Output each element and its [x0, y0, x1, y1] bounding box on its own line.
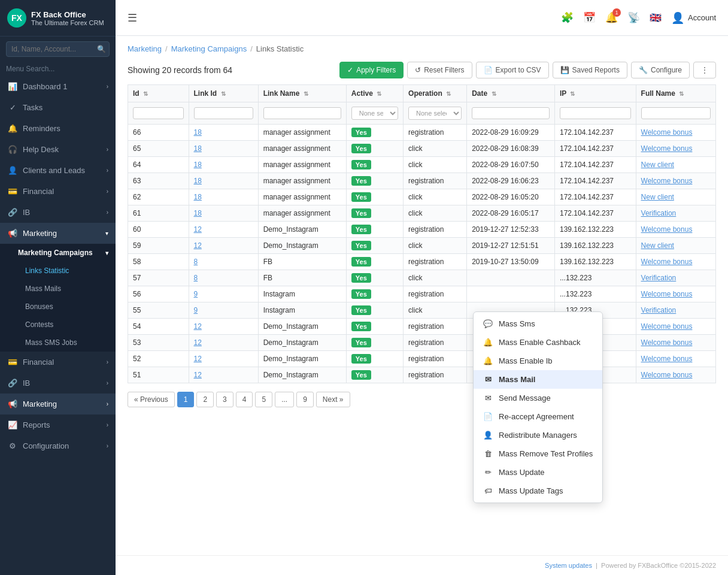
language-flag[interactable]: 🇬🇧	[650, 12, 662, 23]
sidebar-item-reminders[interactable]: 🔔 Reminders	[0, 118, 116, 139]
cell-full-name[interactable]: Verification	[636, 302, 715, 319]
page-9-button[interactable]: 9	[296, 392, 314, 407]
filter-full-name[interactable]	[641, 107, 711, 119]
context-menu-item-redistribute[interactable]: 👤 Redistribute Managers	[474, 426, 602, 444]
sidebar-item-mass-sms[interactable]: Mass SMS Jobs	[0, 334, 116, 352]
cell-full-name[interactable]: Welcome bonus	[636, 367, 715, 383]
cell-full-name[interactable]: Verification	[636, 270, 715, 286]
next-page-button[interactable]: Next »	[316, 392, 350, 407]
col-active[interactable]: Active ⇅	[346, 85, 403, 102]
context-menu-item-send-message[interactable]: ✉ Send Message	[474, 389, 602, 407]
page-3-button[interactable]: 3	[216, 392, 233, 407]
cell-full-name[interactable]: Welcome bonus	[636, 319, 715, 335]
sidebar-item-ib2[interactable]: 🔗 IB ›	[0, 373, 116, 394]
context-menu-item-mass-update-tags[interactable]: 🏷 Mass Update Tags	[474, 482, 602, 500]
saved-reports-button[interactable]: 💾 Saved Reports	[553, 62, 627, 78]
context-menu-item-mass-update[interactable]: ✏ Mass Update	[474, 463, 602, 482]
col-link-name[interactable]: Link Name ⇅	[258, 85, 346, 102]
sidebar-item-ib[interactable]: 🔗 IB ›	[0, 202, 116, 223]
sidebar-item-contests[interactable]: Contests	[0, 316, 116, 334]
menu-toggle-button[interactable]: ☰	[128, 11, 137, 25]
cell-full-name[interactable]: Welcome bonus	[636, 335, 715, 351]
breadcrumb-marketing-campaigns[interactable]: Marketing Campaigns	[171, 44, 247, 53]
calendar-icon[interactable]: 📅	[583, 11, 596, 24]
cell-full-name[interactable]: Welcome bonus	[636, 286, 715, 302]
col-ip[interactable]: IP ⇅	[554, 85, 636, 102]
export-csv-button[interactable]: 📄 Export to CSV	[476, 62, 549, 78]
sidebar-item-helpdesk[interactable]: 🎧 Help Desk ›	[0, 139, 116, 160]
filter-link-name[interactable]	[263, 107, 341, 119]
cell-full-name[interactable]: Welcome bonus	[636, 351, 715, 367]
cell-full-name[interactable]: Welcome bonus	[636, 125, 715, 141]
cell-link-id[interactable]: 8	[189, 254, 258, 270]
sidebar-item-marketing2[interactable]: 📢 Marketing ›	[0, 394, 116, 414]
cell-link-id[interactable]: 9	[189, 302, 258, 319]
cell-link-id[interactable]: 18	[189, 205, 258, 222]
filter-ip[interactable]	[560, 107, 631, 119]
page-2-button[interactable]: 2	[196, 392, 214, 407]
context-menu-item-mass-cashback[interactable]: 🔔 Mass Enable Cashback	[474, 333, 602, 352]
sidebar-item-marketing[interactable]: 📢 Marketing ▾	[0, 223, 116, 244]
sidebar-item-financial[interactable]: 💳 Financial ›	[0, 181, 116, 202]
col-full-name[interactable]: Full Name ⇅	[636, 85, 715, 102]
sidebar-submenu-marketing-campaigns[interactable]: Marketing Campaigns ▾	[0, 244, 116, 262]
system-updates-link[interactable]: System updates	[545, 562, 592, 569]
search-input[interactable]	[6, 41, 110, 57]
sidebar-item-configuration[interactable]: ⚙ Configuration ›	[0, 435, 116, 456]
breadcrumb-marketing[interactable]: Marketing	[128, 44, 162, 53]
cell-full-name[interactable]: New client	[636, 238, 715, 254]
cell-full-name[interactable]: Welcome bonus	[636, 141, 715, 157]
sidebar-item-financial2[interactable]: 💳 Financial ›	[0, 352, 116, 373]
col-id[interactable]: Id ⇅	[128, 85, 189, 102]
cell-full-name[interactable]: Verification	[636, 205, 715, 222]
cell-link-id[interactable]: 18	[189, 189, 258, 205]
cell-link-id[interactable]: 12	[189, 351, 258, 367]
account-menu[interactable]: 👤 Account	[671, 11, 716, 25]
filter-operation[interactable]: None selected click registration	[408, 107, 462, 120]
filter-id[interactable]	[133, 107, 184, 119]
page-1-button[interactable]: 1	[177, 392, 195, 407]
filter-active[interactable]: None selected Yes No	[351, 107, 398, 120]
page-5-button[interactable]: 5	[255, 392, 272, 407]
context-menu-item-mass-sms[interactable]: 💬 Mass Sms	[474, 314, 602, 333]
cell-full-name[interactable]: Welcome bonus	[636, 254, 715, 270]
col-link-id[interactable]: Link Id ⇅	[189, 85, 258, 102]
filter-date[interactable]	[472, 107, 550, 119]
sidebar-item-reports[interactable]: 📈 Reports ›	[0, 414, 116, 435]
context-menu-item-mass-mail[interactable]: ✉ Mass Mail	[474, 370, 602, 389]
prev-page-button[interactable]: « Previous	[128, 392, 175, 407]
cell-link-id[interactable]: 18	[189, 125, 258, 141]
puzzle-icon[interactable]: 🧩	[561, 11, 574, 24]
sidebar-item-links-statistic[interactable]: Links Statistic	[0, 262, 116, 280]
context-menu-item-re-accept[interactable]: 📄 Re-accept Agreement	[474, 407, 602, 426]
filter-link-id[interactable]	[194, 107, 253, 119]
sidebar-item-mass-mails[interactable]: Mass Mails	[0, 280, 116, 298]
reset-filters-button[interactable]: ↺ Reset Filters	[407, 62, 472, 78]
cell-link-id[interactable]: 9	[189, 286, 258, 302]
cell-full-name[interactable]: Welcome bonus	[636, 222, 715, 238]
cell-link-id[interactable]: 18	[189, 141, 258, 157]
cell-full-name[interactable]: Welcome bonus	[636, 173, 715, 189]
col-date[interactable]: Date ⇅	[467, 85, 555, 102]
context-menu-item-mass-remove[interactable]: 🗑 Mass Remove Test Profiles	[474, 444, 602, 463]
cell-link-id[interactable]: 12	[189, 238, 258, 254]
col-operation[interactable]: Operation ⇅	[404, 85, 467, 102]
cell-link-id[interactable]: 12	[189, 319, 258, 335]
page-4-button[interactable]: 4	[236, 392, 253, 407]
cell-full-name[interactable]: New client	[636, 189, 715, 205]
cell-link-id[interactable]: 12	[189, 367, 258, 383]
notifications-icon[interactable]: 🔔 1	[605, 11, 618, 24]
cell-link-id[interactable]: 18	[189, 173, 258, 189]
cell-full-name[interactable]: New client	[636, 157, 715, 173]
more-options-button[interactable]: ⋮	[693, 62, 716, 78]
feed-icon[interactable]: 📡	[627, 11, 640, 24]
sidebar-item-dashboard[interactable]: 📊 Dashboard 1 ›	[0, 76, 116, 97]
apply-filters-button[interactable]: ✓ Apply Filters	[339, 62, 404, 78]
cell-link-id[interactable]: 18	[189, 157, 258, 173]
cell-link-id[interactable]: 12	[189, 222, 258, 238]
sidebar-item-tasks[interactable]: ✓ Tasks	[0, 97, 116, 118]
sidebar-item-clients[interactable]: 👤 Clients and Leads ›	[0, 160, 116, 181]
cell-link-id[interactable]: 8	[189, 270, 258, 286]
configure-button[interactable]: 🔧 Configure	[631, 62, 690, 78]
cell-link-id[interactable]: 12	[189, 335, 258, 351]
